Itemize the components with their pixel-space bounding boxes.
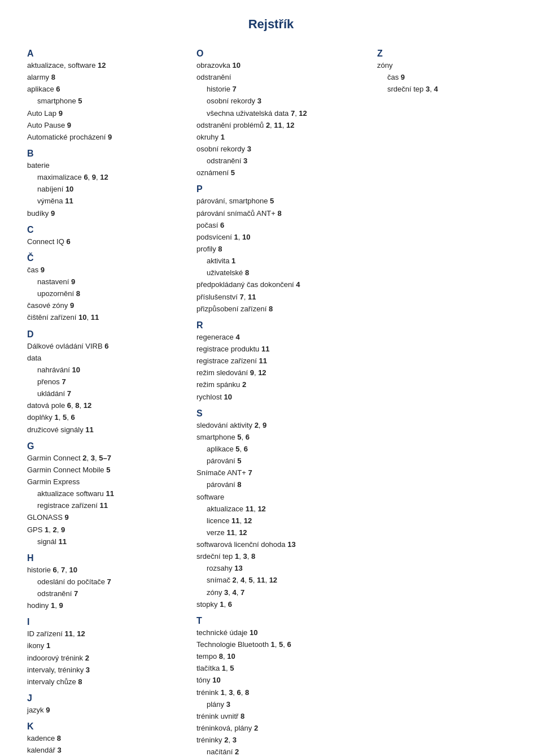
index-entry: ukládání 7 <box>27 388 187 399</box>
index-entry: párování, smartphone 5 <box>196 195 368 207</box>
index-entry: historie 7 <box>196 84 368 95</box>
letter-heading: G <box>27 441 187 451</box>
index-entry: zóny 3, 4, 7 <box>196 587 368 598</box>
index-entry: příslušenství 7, 11 <box>196 292 368 303</box>
index-entry: registrace zařízení 11 <box>196 355 368 367</box>
letter-heading: O <box>196 49 368 59</box>
index-entry: Connect IQ 6 <box>27 236 187 247</box>
index-entry: aplikace 6 <box>27 84 187 95</box>
index-entry: nabíjení 10 <box>27 184 187 195</box>
index-entry: kadence 8 <box>27 733 187 744</box>
index-entry: registrace produktu 11 <box>196 344 368 355</box>
page-title: Rejstřík <box>23 17 519 32</box>
letter-heading: S <box>196 409 368 419</box>
index-entry: trénink uvnitř 8 <box>196 711 368 722</box>
letter-heading: J <box>27 693 187 703</box>
index-entry: odstranění 3 <box>196 155 368 167</box>
letter-heading: B <box>27 149 187 159</box>
index-entry: sledování aktivity 2, 9 <box>196 420 368 431</box>
index-entry: načítání 2 <box>196 746 368 756</box>
index-entry: odstranění 7 <box>27 588 187 599</box>
index-entry: párování snímačů ANT+ 8 <box>196 208 368 219</box>
index-entry: alarmy 8 <box>27 72 187 83</box>
index-entry: Dálkové ovládání VIRB 6 <box>27 341 187 352</box>
index-entry: aktivita 1 <box>196 255 368 267</box>
index-entry: výměna 11 <box>27 195 187 207</box>
letter-heading: R <box>196 320 368 331</box>
index-entry: družicové signály 11 <box>27 424 187 436</box>
index-entry: softwarová licenční dohoda 13 <box>196 539 368 550</box>
index-entry: nahrávání 10 <box>27 364 187 376</box>
index-entry: ID zařízení 11, 12 <box>27 628 187 640</box>
index-entry: maximalizace 6, 9, 12 <box>27 172 187 183</box>
index-entry: tóny 10 <box>196 675 368 686</box>
index-entry: data <box>27 353 187 364</box>
letter-heading: D <box>27 329 187 340</box>
index-entry: srdeční tep 1, 3, 8 <box>196 551 368 562</box>
index-entry: párování 5 <box>196 455 368 467</box>
index-entry: čas 9 <box>27 264 187 276</box>
index-entry: Garmin Express <box>27 476 187 488</box>
index-entry: baterie <box>27 160 187 171</box>
index-entry: licence 11, 12 <box>196 515 368 527</box>
index-entry: Auto Pause 9 <box>27 120 187 131</box>
index-entry: stopky 1, 6 <box>196 599 368 610</box>
index-entry: technické údaje 10 <box>196 627 368 638</box>
index-entry: přizpůsobení zařízení 8 <box>196 303 368 315</box>
index-entry: budíky 9 <box>27 208 187 219</box>
index-entry: nastavení 9 <box>27 276 187 288</box>
index-entry: režim spánku 2 <box>196 379 368 390</box>
index-entry: trénink 1, 3, 6, 8 <box>196 687 368 698</box>
index-entry: počasí 6 <box>196 220 368 231</box>
index-entry: intervaly chůze 8 <box>27 676 187 688</box>
col-right: Zzónyčas 9srdeční tep 3, 4 <box>373 43 486 756</box>
index-entry: odeslání do počítače 7 <box>27 576 187 588</box>
index-entry: GLONASS 9 <box>27 512 187 523</box>
letter-heading: H <box>27 553 187 563</box>
index-entry: profily 8 <box>196 244 368 255</box>
index-entry: oznámení 5 <box>196 167 368 179</box>
index-entry: intervaly, tréninky 3 <box>27 664 187 676</box>
index-entry: datová pole 6, 8, 12 <box>27 400 187 411</box>
index-entry: indoorový trénink 2 <box>27 653 187 664</box>
index-entry: aplikace 5, 6 <box>196 444 368 455</box>
index-entry: tlačítka 1, 5 <box>196 663 368 674</box>
index-entry: tempo 8, 10 <box>196 651 368 662</box>
index-entry: aktualizace, software 12 <box>27 60 187 71</box>
index-entry: zóny <box>377 60 481 71</box>
letter-heading: T <box>196 616 368 626</box>
letter-heading: Z <box>377 49 481 59</box>
index-entry: Technologie Bluetooth 1, 5, 6 <box>196 639 368 650</box>
index-entry: uživatelské 8 <box>196 267 368 279</box>
index-entry: smartphone 5, 6 <box>196 432 368 443</box>
index-entry: tréninky 2, 3 <box>196 735 368 746</box>
index-entry: aktualizace softwaru 11 <box>27 488 187 499</box>
index-entry: Garmin Connect Mobile 5 <box>27 464 187 476</box>
letter-heading: A <box>27 49 187 59</box>
letter-heading: P <box>196 184 368 194</box>
index-entry: Auto Lap 9 <box>27 108 187 119</box>
index-entry: předpokládaný čas dokončení 4 <box>196 279 368 290</box>
index-entry: kalendář 3 <box>27 745 187 756</box>
index-entry: obrazovka 10 <box>196 60 368 71</box>
col-mid: Oobrazovka 10odstraněníhistorie 7osobní … <box>192 43 373 756</box>
letter-heading: I <box>27 617 187 627</box>
index-entry: registrace zařízení 11 <box>27 500 187 511</box>
index-entry: GPS 1, 2, 9 <box>27 524 187 536</box>
index-entry: snímač 2, 4, 5, 11, 12 <box>196 575 368 586</box>
index-entry: upozornění 8 <box>27 288 187 299</box>
index-entry: signál 11 <box>27 536 187 548</box>
index-entry: historie 6, 7, 10 <box>27 564 187 576</box>
index-entry: čištění zařízení 10, 11 <box>27 312 187 323</box>
index-entry: ikony 1 <box>27 640 187 651</box>
index-entry: srdeční tep 3, 4 <box>377 84 481 95</box>
index-entry: tréninková, plány 2 <box>196 723 368 734</box>
letter-heading: Č <box>27 253 187 263</box>
col-left: Aaktualizace, software 12alarmy 8aplikac… <box>23 43 192 756</box>
index-entry: Snímače ANT+ 7 <box>196 467 368 479</box>
index-entry: okruhy 1 <box>196 132 368 143</box>
index-columns: Aaktualizace, software 12alarmy 8aplikac… <box>23 43 519 756</box>
index-entry: přenos 7 <box>27 376 187 388</box>
index-page: Rejstřík Aaktualizace, software 12alarmy… <box>0 0 542 756</box>
index-entry: časové zóny 9 <box>27 300 187 311</box>
